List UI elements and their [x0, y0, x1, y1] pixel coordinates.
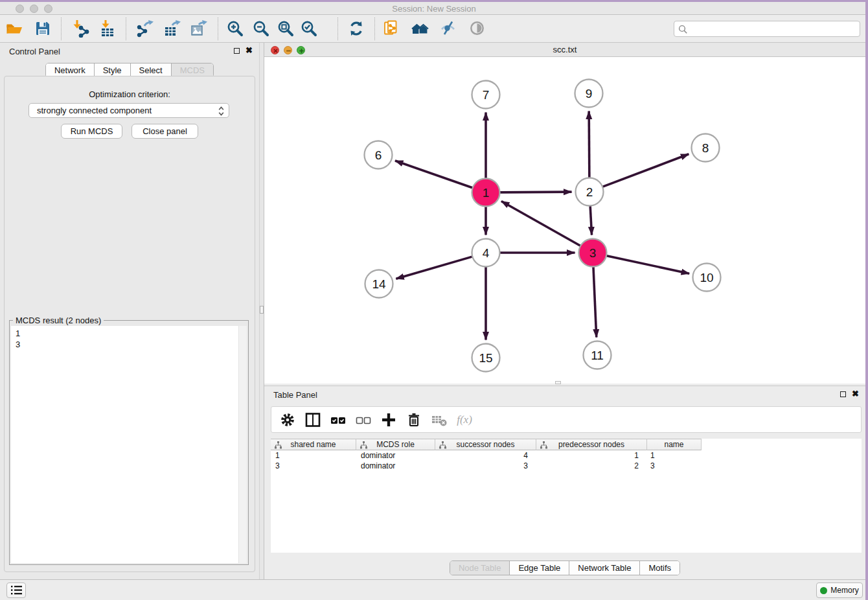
hide-panel-icon[interactable] [439, 19, 457, 38]
tab-network-table[interactable]: Network Table [569, 561, 639, 575]
result-scrollbar[interactable] [238, 326, 247, 563]
tab-mcds[interactable]: MCDS [171, 63, 213, 77]
horizontal-splitter-handle[interactable] [555, 381, 561, 384]
task-history-button[interactable] [6, 583, 26, 598]
save-session-icon[interactable] [34, 19, 52, 38]
close-panel-icon[interactable]: ✖ [246, 47, 253, 54]
graph-node-label: 1 [483, 186, 490, 200]
float-panel-icon[interactable] [234, 48, 240, 54]
mcds-result-textarea[interactable]: 1 3 [11, 326, 247, 563]
mcds-result-group: MCDS result (2 nodes) 1 3 [9, 320, 249, 565]
table-cell[interactable]: 3 [435, 461, 536, 471]
graph-edge[interactable] [607, 256, 690, 274]
graph-edge[interactable] [395, 161, 472, 188]
graph-edge[interactable] [501, 202, 580, 246]
export-image-icon[interactable] [190, 19, 208, 38]
zoom-selected-icon[interactable] [300, 19, 318, 38]
show-panel-icon [468, 19, 486, 38]
table-cell[interactable]: dominator [356, 461, 435, 471]
apply-function-icon: f(x) [456, 411, 473, 428]
zoom-out-icon[interactable] [252, 19, 270, 38]
table-cell[interactable]: 1 [536, 450, 647, 461]
graph-node-label: 14 [372, 277, 386, 291]
graph-edge[interactable] [593, 267, 597, 338]
splitter-handle[interactable] [260, 306, 264, 314]
export-table-icon[interactable] [163, 19, 181, 38]
graph-edge[interactable] [396, 257, 472, 279]
import-table-icon[interactable] [98, 19, 117, 38]
tab-edge-table[interactable]: Edge Table [509, 561, 569, 575]
add-column-icon[interactable] [380, 411, 397, 428]
tab-network[interactable]: Network [46, 63, 94, 77]
graph-node-label: 8 [702, 141, 709, 155]
table-cell[interactable]: 1 [647, 450, 702, 461]
network-canvas[interactable]: 7968124314101511 [264, 57, 865, 384]
optimization-criterion-value: strongly connected component [37, 106, 152, 115]
graph-node-label: 2 [586, 185, 593, 199]
graph-edge[interactable] [500, 192, 572, 192]
toolbar-separator [374, 17, 375, 40]
export-network-icon[interactable] [136, 19, 154, 38]
graph-edge[interactable] [589, 111, 589, 178]
deselect-all-columns-icon[interactable] [355, 411, 372, 428]
table-cell[interactable]: 2 [536, 461, 647, 471]
application-window: Session: New Session [0, 0, 868, 600]
vertical-splitter[interactable] [259, 43, 264, 579]
network-view-window: scc.txt 7968124314101511 [264, 43, 865, 384]
toolbar-separator [126, 17, 126, 40]
tab-node-table[interactable]: Node Table [450, 561, 510, 575]
graph-edge[interactable] [603, 154, 689, 187]
list-icon [11, 586, 22, 595]
control-panel: Control Panel ✖ Network Style Select MCD… [0, 43, 259, 579]
table-cell[interactable]: 3 [647, 461, 702, 471]
close-panel-button[interactable]: Close panel [131, 124, 198, 139]
zoom-in-icon[interactable] [226, 19, 244, 38]
table-header-row: shared name MCDS role successor nodes pr… [271, 439, 702, 450]
table-row[interactable]: 3 dominator 3 2 3 [271, 461, 702, 471]
column-header-predecessor-nodes[interactable]: predecessor nodes [536, 439, 647, 450]
table-cell[interactable]: 3 [271, 461, 356, 471]
clone-network-icon[interactable] [383, 19, 401, 38]
graph-node-label: 7 [483, 88, 490, 102]
memory-button[interactable]: Memory [816, 583, 863, 598]
column-header-mcds-role[interactable]: MCDS role [356, 439, 435, 450]
float-panel-icon[interactable] [840, 391, 846, 397]
search-input[interactable] [691, 22, 856, 36]
main-toolbar [0, 15, 865, 43]
import-network-icon[interactable] [71, 19, 89, 38]
column-header-shared-name[interactable]: shared name [271, 439, 356, 450]
show-all-networks-icon[interactable] [411, 19, 429, 38]
column-header-name[interactable]: name [647, 439, 702, 450]
run-mcds-button[interactable]: Run MCDS [61, 124, 122, 139]
control-panel-title: Control Panel [9, 47, 60, 56]
app-titlebar: Session: New Session [0, 2, 868, 15]
close-panel-icon[interactable]: ✖ [852, 391, 859, 397]
zoom-fit-icon[interactable] [277, 19, 295, 38]
optimization-criterion-label: Optimization criterion: [0, 89, 259, 99]
optimization-criterion-select[interactable]: strongly connected component [29, 103, 229, 118]
delete-column-icon[interactable] [405, 411, 422, 428]
column-header-successor-nodes[interactable]: successor nodes [435, 439, 536, 450]
graph-edge[interactable] [590, 206, 591, 235]
table-cell[interactable]: 1 [271, 450, 356, 461]
graph-node-label: 9 [586, 87, 593, 100]
tab-motifs[interactable]: Motifs [639, 561, 680, 575]
tab-select[interactable]: Select [130, 63, 171, 77]
table-cell[interactable]: 4 [435, 450, 536, 461]
graph-node-label: 11 [591, 349, 604, 362]
hierarchy-icon [360, 441, 367, 449]
toolbar-separator [61, 17, 62, 40]
table-row[interactable]: 1 dominator 4 1 1 [271, 450, 702, 461]
split-panel-icon[interactable] [304, 411, 321, 428]
graph-node-label: 3 [589, 246, 597, 260]
result-line: 1 [11, 326, 247, 339]
workspace: scc.txt 7968124314101511 Table Panel ✖ [264, 43, 865, 579]
apply-layout-icon[interactable] [347, 19, 365, 38]
open-session-icon[interactable] [5, 19, 23, 38]
tab-style[interactable]: Style [94, 63, 130, 77]
search-icon [678, 25, 688, 34]
table-cell[interactable]: dominator [356, 450, 435, 461]
table-settings-icon[interactable] [279, 411, 296, 428]
select-all-columns-icon[interactable] [330, 411, 347, 428]
hierarchy-icon [275, 441, 282, 449]
